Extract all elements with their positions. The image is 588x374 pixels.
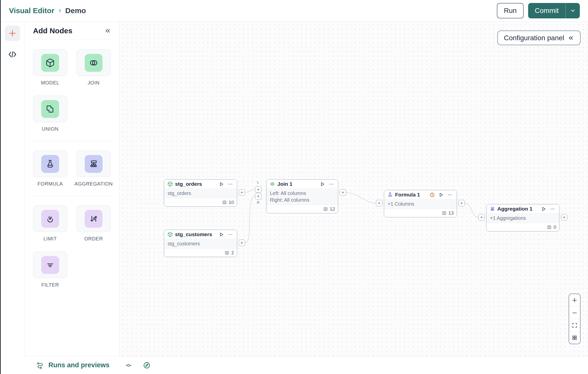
node-menu-icon[interactable]	[227, 232, 234, 237]
collapse-panel-button[interactable]	[104, 27, 111, 34]
window-edge	[0, 0, 1, 374]
tile-label: FILTER	[41, 282, 59, 288]
column-count: 10	[229, 200, 234, 205]
run-button[interactable]: Run	[497, 3, 523, 18]
join-left-config: Left: All columns	[270, 190, 334, 197]
play-node-icon[interactable]	[540, 206, 547, 212]
breadcrumb-visual-editor[interactable]: Visual Editor	[9, 6, 54, 15]
output-port-stg-orders[interactable]	[239, 189, 245, 196]
chevrons-left-icon	[104, 27, 111, 34]
tile-label: UNION	[42, 126, 58, 132]
palette-item-join: JOIN	[76, 49, 111, 86]
commit-node-button[interactable]	[125, 362, 132, 369]
zoom-in-button[interactable]	[569, 294, 580, 306]
breadcrumb-current-demo: Demo	[65, 6, 86, 15]
node-menu-icon[interactable]	[549, 206, 556, 212]
plus-icon	[8, 29, 17, 37]
join-right-input-label: R	[255, 200, 261, 204]
config-panel-label: Configuration panel	[504, 34, 564, 42]
commit-button[interactable]: Commit	[528, 3, 565, 18]
node-subtitle: +1 Aggregations	[490, 215, 556, 222]
join-left-input-label: L	[255, 180, 261, 184]
node-title: Aggregation 1	[497, 206, 532, 212]
chevrons-left-icon	[568, 35, 574, 41]
output-port-formula-1[interactable]	[458, 200, 465, 206]
node-menu-icon[interactable]	[447, 192, 453, 197]
node-menu-icon[interactable]	[227, 182, 234, 187]
columns-icon	[442, 211, 447, 216]
input-port-formula-1[interactable]	[376, 200, 382, 206]
pipeline-canvas[interactable]: Configuration panel stg_orders	[120, 22, 588, 356]
aggregation-tree-icon	[85, 155, 103, 173]
grid-icon	[572, 335, 578, 341]
node-title: stg_customers	[175, 231, 212, 237]
play-node-icon[interactable]	[319, 182, 326, 187]
join-tile[interactable]	[76, 49, 111, 76]
warning-icon[interactable]	[429, 192, 436, 197]
node-stg-orders[interactable]: stg_orders stg_orders 10	[164, 179, 237, 207]
configuration-panel-button[interactable]: Configuration panel	[497, 31, 581, 45]
chevron-right-icon	[57, 8, 63, 14]
node-menu-icon[interactable]	[328, 182, 335, 187]
runs-and-previews-label: Runs and previews	[48, 361, 110, 369]
runs-and-previews-bar[interactable]: Runs and previews	[25, 356, 588, 374]
tile-label: AGGREGATION	[74, 181, 113, 187]
gauge-icon	[41, 210, 59, 228]
route-icon	[36, 361, 44, 369]
explore-button[interactable]	[143, 361, 151, 369]
columns-icon	[224, 250, 229, 255]
zoom-out-button[interactable]	[569, 306, 580, 319]
node-join-1[interactable]: Join 1 Left: All columns Right: All colu…	[266, 179, 338, 213]
join-right-config: Right: All columns	[270, 197, 334, 203]
add-nodes-title: Add Nodes	[33, 27, 72, 35]
code-view-button[interactable]	[8, 50, 17, 59]
node-aggregation-1[interactable]: Aggregation 1 +1 Aggregations	[486, 204, 559, 231]
add-node-rail-button[interactable]	[5, 26, 20, 41]
layout-grid-button[interactable]	[569, 331, 580, 344]
output-port-join-1[interactable]	[340, 189, 346, 196]
node-subtitle: stg_orders	[168, 190, 233, 197]
limit-tile[interactable]	[33, 205, 67, 232]
node-title: Join 1	[277, 181, 293, 187]
main-area: Add Nodes MODEL	[0, 22, 588, 356]
sort-arrows-icon	[85, 210, 103, 228]
compass-icon	[143, 361, 151, 369]
node-stg-customers[interactable]: stg_customers stg_customers	[164, 230, 237, 257]
order-tile[interactable]	[76, 205, 111, 232]
node-title: stg_orders	[175, 181, 202, 187]
palette-item-order: ORDER	[76, 205, 111, 242]
flask-icon	[387, 192, 393, 197]
aggregation-tile[interactable]	[76, 150, 111, 177]
output-port-aggregation-1[interactable]	[561, 214, 567, 221]
filter-lines-icon	[41, 256, 59, 274]
model-tile[interactable]	[33, 49, 67, 76]
union-tile[interactable]	[33, 96, 67, 122]
fit-view-button[interactable]	[569, 319, 580, 331]
code-icon	[8, 50, 17, 59]
join-right-input-port[interactable]	[255, 193, 261, 199]
canvas-zoom-controls	[569, 294, 581, 344]
model-cube-icon	[167, 181, 173, 187]
column-count: 2	[231, 250, 234, 256]
play-node-icon[interactable]	[218, 182, 225, 187]
join-circles-icon	[270, 181, 275, 187]
plus-icon	[571, 297, 578, 303]
filter-tile[interactable]	[33, 252, 67, 278]
node-formula-1[interactable]: Formula 1 +1 Columns	[384, 190, 457, 217]
input-port-aggregation-1[interactable]	[478, 214, 485, 221]
flask-icon	[41, 155, 59, 173]
visual-editor-app: Visual Editor Demo Run Commit	[0, 0, 588, 374]
minus-icon	[571, 310, 578, 316]
join-left-input-port[interactable]	[255, 186, 261, 193]
play-node-icon[interactable]	[218, 232, 225, 237]
node-subtitle: stg_customers	[168, 240, 233, 247]
tile-label: LIMIT	[43, 236, 57, 242]
output-port-stg-customers[interactable]	[239, 240, 245, 246]
node-title: Formula 1	[395, 192, 420, 198]
aggregation-tree-icon	[490, 206, 495, 212]
commit-dropdown-button[interactable]	[565, 3, 580, 18]
formula-tile[interactable]	[33, 150, 67, 177]
column-count: 13	[448, 210, 454, 216]
play-node-icon[interactable]	[438, 192, 444, 197]
palette-item-aggregation: AGGREGATION	[76, 150, 111, 187]
